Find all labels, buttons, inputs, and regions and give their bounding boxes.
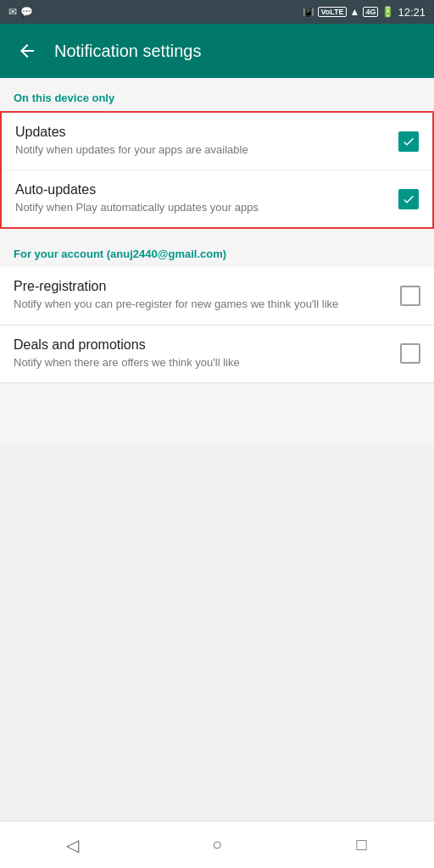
- pre-registration-text: Pre-registration Notify when you can pre…: [14, 279, 390, 312]
- recent-nav-icon: □: [357, 835, 367, 854]
- nav-bar: ◁ ○ □: [0, 821, 434, 868]
- auto-updates-desc: Notify when Play automatically updates y…: [15, 200, 388, 215]
- auto-updates-text: Auto-updates Notify when Play automatica…: [15, 182, 388, 215]
- pre-registration-checkbox[interactable]: [400, 286, 420, 306]
- bottom-spacer: [0, 383, 434, 442]
- vibrate-icon: 📳: [303, 7, 314, 18]
- recent-nav-button[interactable]: □: [338, 828, 386, 862]
- status-bar: ✉ 💬 📳 VoLTE ▲ 4G 🔋 12:21: [0, 0, 434, 24]
- status-bar-right: 📳 VoLTE ▲ 4G 🔋 12:21: [303, 6, 426, 19]
- chat-icon: 💬: [20, 6, 33, 18]
- deals-text: Deals and promotions Notify when there a…: [14, 337, 390, 370]
- gmail-icon: ✉: [8, 6, 17, 18]
- battery-icon: 🔋: [381, 6, 394, 18]
- highlighted-group-device: Updates Notify when updates for your app…: [0, 111, 434, 229]
- app-bar: Notification settings: [0, 24, 434, 78]
- section-header-device: On this device only: [0, 78, 434, 111]
- back-nav-icon: ◁: [66, 835, 79, 855]
- auto-updates-title: Auto-updates: [15, 182, 388, 198]
- deals-checkbox[interactable]: [400, 343, 420, 364]
- updates-text: Updates Notify when updates for your app…: [15, 125, 388, 158]
- pre-registration-title: Pre-registration: [14, 279, 390, 294]
- updates-desc: Notify when updates for your apps are av…: [15, 142, 388, 158]
- updates-title: Updates: [15, 125, 388, 140]
- back-nav-button[interactable]: ◁: [48, 828, 96, 862]
- content-area: On this device only Updates Notify when …: [0, 78, 434, 442]
- page-title: Notification settings: [54, 42, 201, 61]
- status-bar-left: ✉ 💬: [8, 6, 33, 18]
- time-display: 12:21: [398, 6, 426, 19]
- home-nav-icon: ○: [212, 835, 222, 854]
- volte-label: VoLTE: [318, 7, 346, 17]
- auto-updates-checkbox[interactable]: [398, 189, 419, 209]
- pre-registration-item[interactable]: Pre-registration Notify when you can pre…: [0, 267, 434, 325]
- deals-desc: Notify when there are offers we think yo…: [14, 355, 390, 370]
- signal-icon: ▲: [350, 6, 360, 18]
- 4g-label: 4G: [363, 7, 378, 17]
- updates-item[interactable]: Updates Notify when updates for your app…: [2, 113, 432, 170]
- auto-updates-item[interactable]: Auto-updates Notify when Play automatica…: [2, 170, 432, 227]
- deals-item[interactable]: Deals and promotions Notify when there a…: [0, 326, 434, 382]
- home-nav-button[interactable]: ○: [193, 828, 241, 862]
- section-header-account: For your account (anuj2440@gmail.com): [0, 234, 434, 267]
- pre-registration-desc: Notify when you can pre-register for new…: [14, 297, 390, 312]
- back-button[interactable]: [14, 37, 41, 64]
- updates-checkbox[interactable]: [398, 131, 419, 152]
- deals-title: Deals and promotions: [14, 337, 390, 353]
